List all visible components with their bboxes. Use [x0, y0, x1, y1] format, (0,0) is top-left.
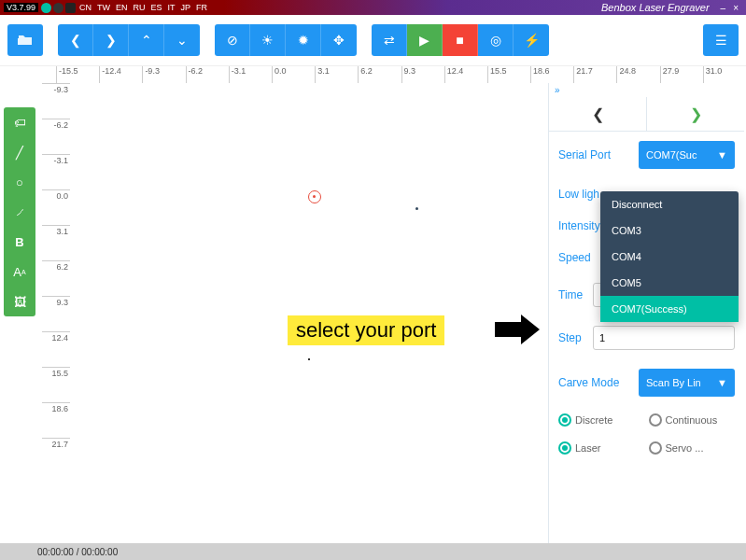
menu-button[interactable]: ☰ — [703, 24, 739, 56]
status-dot-1 — [41, 3, 51, 13]
version-badge: V3.7.99 — [4, 3, 38, 12]
sun-button[interactable]: ☀ — [250, 24, 286, 56]
lang-es[interactable]: ES — [151, 3, 162, 12]
flash-button[interactable]: ⚡ — [514, 24, 549, 56]
origin-marker — [308, 190, 321, 203]
nav-group: ❮ ❯ ⌃ ⌄ — [58, 24, 200, 56]
arrow-icon — [493, 311, 542, 348]
radio-continuous[interactable]: Continuous — [649, 413, 736, 427]
panel-next-button[interactable]: ❯ — [647, 97, 744, 131]
carve-mode-dropdown[interactable]: Scan By Lin▼ — [639, 369, 735, 397]
circle-tool[interactable]: ○ — [4, 167, 35, 197]
serial-port-label: Serial Port — [558, 148, 633, 161]
serial-port-menu: Disconnect COM3 COM4 COM5 COM7(Success) — [600, 191, 739, 322]
lang-cn[interactable]: CN — [79, 3, 91, 12]
titlebar: V3.7.99 CN TW EN RU ES IT JP FR Benbox L… — [0, 0, 746, 15]
lang-en[interactable]: EN — [116, 3, 128, 12]
ruler-vertical: -9.3 -6.2 -3.1 0.0 3.1 6.2 9.3 12.4 15.5… — [42, 83, 70, 543]
nav-left-button[interactable]: ❮ — [58, 24, 93, 56]
gear-button[interactable]: ✹ — [286, 24, 321, 56]
nav-down-button[interactable]: ⌄ — [164, 24, 200, 56]
nav-right-button[interactable]: ❯ — [93, 24, 129, 56]
stop-button[interactable]: ■ — [443, 24, 478, 56]
play-button[interactable]: ▶ — [407, 24, 443, 56]
text-tool[interactable]: AA — [4, 257, 35, 287]
panel-prev-button[interactable]: ❮ — [549, 97, 647, 131]
canvas-dot-2 — [308, 358, 310, 360]
status-time: 00:00:00 / 00:00:00 — [37, 547, 118, 557]
port-option-com3[interactable]: COM3 — [600, 217, 739, 244]
annotation-label: select your port — [288, 315, 444, 345]
flag-icon — [65, 3, 76, 13]
radio-laser[interactable]: Laser — [558, 441, 645, 455]
target-button[interactable]: ◎ — [478, 24, 514, 56]
play-group: ⇄ ▶ ■ ◎ ⚡ — [372, 24, 549, 56]
bold-tool[interactable]: B — [4, 227, 35, 257]
open-file-button[interactable] — [7, 24, 43, 56]
port-option-com5[interactable]: COM5 — [600, 270, 739, 296]
statusbar: 00:00:00 / 00:00:00 — [0, 543, 746, 560]
toolbar: ❮ ❯ ⌃ ⌄ ⊘ ☀ ✹ ✥ ⇄ ▶ ■ ◎ ⚡ ☰ — [0, 15, 746, 66]
app-title: Benbox Laser Engraver — [601, 2, 710, 13]
canvas-dot — [415, 207, 418, 210]
serial-port-dropdown[interactable]: COM7(Suc▼ — [639, 141, 735, 169]
panel-nav: ❮ ❯ — [549, 97, 744, 132]
shape-group: ⊘ ☀ ✹ ✥ — [215, 24, 357, 56]
image-tool[interactable]: 🖼 — [4, 287, 35, 316]
time-label: Time — [558, 288, 587, 301]
status-dot-2 — [53, 3, 63, 13]
ruler-horizontal: -15.5 -12.4 -9.3 -6.2 -3.1 0.0 3.1 6.2 9… — [56, 66, 746, 83]
minimize-button[interactable]: – — [721, 3, 726, 13]
move-button[interactable]: ✥ — [321, 24, 357, 56]
lang-it[interactable]: IT — [168, 3, 176, 12]
line-tool[interactable]: ╱ — [4, 137, 35, 167]
lang-jp[interactable]: JP — [181, 3, 191, 12]
port-option-com4[interactable]: COM4 — [600, 244, 739, 270]
close-button[interactable]: × — [733, 3, 739, 13]
carve-mode-label: Carve Mode — [558, 376, 633, 389]
panel-collapse[interactable]: » — [549, 83, 744, 97]
left-toolbar: 🏷 ╱ ○ ⟋ B AA 🖼 — [4, 107, 35, 316]
chevron-down-icon: ▼ — [717, 377, 727, 388]
step-input[interactable] — [593, 326, 735, 350]
arc-tool[interactable]: ⟋ — [4, 197, 35, 227]
tag-tool[interactable]: 🏷 — [4, 107, 35, 137]
canvas[interactable] — [70, 83, 545, 543]
lang-ru[interactable]: RU — [134, 3, 146, 12]
loop-button[interactable]: ⇄ — [372, 24, 407, 56]
port-option-disconnect[interactable]: Disconnect — [600, 191, 739, 217]
lang-tw[interactable]: TW — [97, 3, 110, 12]
radio-servo[interactable]: Servo ... — [649, 441, 736, 455]
radio-discrete[interactable]: Discrete — [558, 413, 645, 427]
no-entry-button[interactable]: ⊘ — [215, 24, 250, 56]
chevron-down-icon: ▼ — [717, 149, 727, 161]
step-label: Step — [558, 331, 587, 344]
port-option-com7[interactable]: COM7(Success) — [600, 296, 739, 322]
lang-fr[interactable]: FR — [196, 3, 207, 12]
nav-up-button[interactable]: ⌃ — [129, 24, 164, 56]
